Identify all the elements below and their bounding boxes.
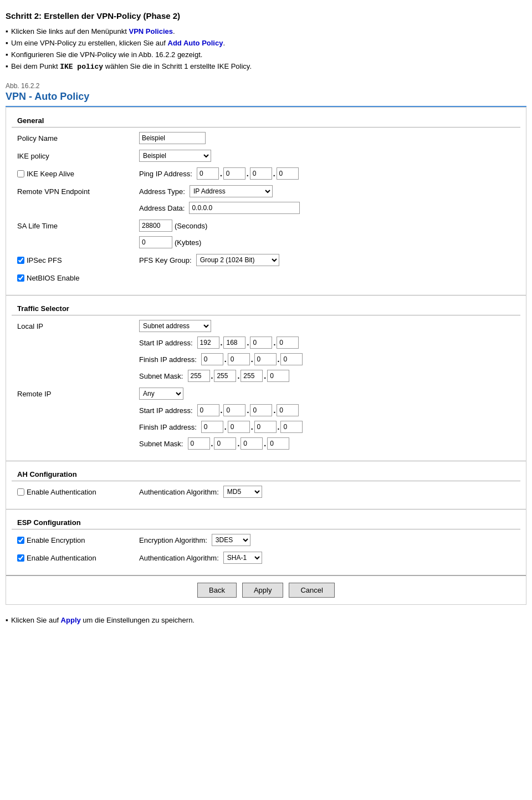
apply-button[interactable]: Apply xyxy=(242,583,284,598)
ping-ip-3[interactable] xyxy=(250,167,272,180)
local-subnet-3[interactable] xyxy=(241,370,263,382)
add-auto-policy-link[interactable]: Add Auto Policy xyxy=(168,39,223,47)
intro-step-3: Konfigurieren Sie die VPN-Policy wie in … xyxy=(6,50,526,59)
remote-start-ip-2[interactable] xyxy=(223,404,245,416)
remote-finish-ip-2[interactable] xyxy=(228,421,250,433)
local-finish-ip-label: Finish IP address: xyxy=(139,355,197,364)
address-type-select[interactable]: IP Address xyxy=(190,185,273,197)
intro-step-4-pre: Bei dem Punkt xyxy=(11,62,60,70)
esp-auth-algorithm-select[interactable]: SHA-1 xyxy=(223,552,262,564)
remote-finish-ip-3[interactable] xyxy=(254,421,277,433)
sa-seconds-input[interactable] xyxy=(139,220,172,232)
ike-policy-value-col: Beispiel xyxy=(139,150,515,162)
local-finish-ip-3[interactable] xyxy=(254,353,277,365)
esp-config-header: ESP Configuration xyxy=(12,514,520,529)
ah-auth-algorithm-label: Authentication Algorithm: xyxy=(139,488,219,496)
remote-finish-ip-4[interactable] xyxy=(280,421,303,433)
footer-pre: Klicken Sie auf xyxy=(11,616,61,624)
ah-enable-auth-checkbox[interactable] xyxy=(17,488,24,496)
remote-start-ip-4[interactable] xyxy=(277,404,299,416)
address-data-input[interactable] xyxy=(189,202,300,214)
local-ip-type-select[interactable]: Subnet address xyxy=(139,320,211,332)
ping-ip-1[interactable] xyxy=(197,167,219,180)
policy-name-row: Policy Name xyxy=(17,132,515,146)
local-finish-ip-1[interactable] xyxy=(201,353,223,365)
ah-enable-auth-label[interactable]: Enable Authentication xyxy=(17,488,139,496)
address-data-label: Address Data: xyxy=(139,204,185,212)
policy-name-value-col xyxy=(139,132,515,144)
policy-name-input[interactable] xyxy=(139,132,206,144)
local-start-ip-group: . . . xyxy=(197,337,299,349)
remote-finish-ip-1[interactable] xyxy=(201,421,223,433)
local-finish-ip-4[interactable] xyxy=(280,353,303,365)
ping-ip-4[interactable] xyxy=(277,167,299,180)
esp-auth-algorithm-col: Authentication Algorithm: SHA-1 xyxy=(139,552,515,564)
intro-step-4-post: wählen Sie die in Schritt 1 erstellte IK… xyxy=(103,62,252,70)
local-ip-col: Subnet address Start IP address: . . . xyxy=(139,320,515,384)
address-data-row: Address Data: xyxy=(139,202,300,214)
sa-kbytes-label: (Kybtes) xyxy=(175,238,201,247)
remote-subnet-2[interactable] xyxy=(214,437,236,450)
remote-start-ip-label: Start IP address: xyxy=(139,406,193,415)
local-start-ip-label: Start IP address: xyxy=(139,339,193,347)
local-start-ip-4[interactable] xyxy=(277,337,299,349)
netbios-enable-checkbox[interactable] xyxy=(17,274,24,282)
ipsec-pfs-label[interactable]: IPSec PFS xyxy=(17,256,139,264)
cancel-button[interactable]: Cancel xyxy=(289,583,334,598)
traffic-selector-header: Traffic Selector xyxy=(12,300,520,315)
ah-enable-auth-row: Enable Authentication Authentication Alg… xyxy=(17,486,515,500)
local-start-ip-2[interactable] xyxy=(223,337,245,349)
pfs-key-group-select[interactable]: Group 2 (1024 Bit) xyxy=(196,254,279,266)
ike-policy-select[interactable]: Beispiel xyxy=(139,150,211,162)
remote-subnet-1[interactable] xyxy=(188,437,210,450)
esp-enable-auth-checkbox[interactable] xyxy=(17,554,24,562)
sa-seconds-label: (Seconds) xyxy=(175,222,207,230)
local-finish-ip-2[interactable] xyxy=(228,353,250,365)
policy-name-label: Policy Name xyxy=(17,132,139,142)
address-type-label: Address Type: xyxy=(139,187,185,196)
intro-step-2: Um eine VPN-Policy zu erstellen, klicken… xyxy=(6,39,526,47)
intro-section: Schritt 2: Erstellen der VPN-Policy (Pha… xyxy=(6,11,526,71)
ah-auth-algorithm-select[interactable]: MD5 xyxy=(223,486,262,498)
remote-start-ip-3[interactable] xyxy=(250,404,272,416)
esp-encryption-algorithm-select[interactable]: 3DES xyxy=(212,534,250,546)
local-subnet-mask-group: . . . xyxy=(188,370,290,382)
ah-config-section: AH Configuration Enable Authentication A… xyxy=(6,461,526,509)
intro-step-4: Bei dem Punkt IKE policy wählen Sie die … xyxy=(6,62,526,71)
ike-policy-row: IKE policy Beispiel xyxy=(17,150,515,164)
local-subnet-2[interactable] xyxy=(214,370,236,382)
ah-auth-algorithm-col: Authentication Algorithm: MD5 xyxy=(139,486,515,498)
remote-start-ip-1[interactable] xyxy=(197,404,219,416)
local-start-ip-3[interactable] xyxy=(250,337,272,349)
netbios-enable-label[interactable]: NetBIOS Enable xyxy=(17,274,139,282)
local-subnet-4[interactable] xyxy=(267,370,289,382)
footer-text: Klicken Sie auf Apply um die Einstellung… xyxy=(6,616,526,624)
figure-label: Abb. 16.2.2 xyxy=(6,82,526,90)
ping-ip-2[interactable] xyxy=(223,167,245,180)
remote-start-ip-group: . . . xyxy=(197,404,299,416)
ike-keep-alive-label[interactable]: IKE Keep Alive xyxy=(17,170,139,178)
esp-enable-encryption-label[interactable]: Enable Encryption xyxy=(17,536,139,544)
esp-encryption-row: Enable Encryption Encryption Algorithm: … xyxy=(17,534,515,548)
remote-ip-row: Remote IP Any Start IP address: . . xyxy=(17,388,515,452)
remote-ip-type-select[interactable]: Any xyxy=(139,388,183,400)
local-subnet-mask-label: Subnet Mask: xyxy=(139,372,183,380)
esp-enable-encryption-checkbox[interactable] xyxy=(17,537,24,544)
pfs-key-group-label: PFS Key Group: xyxy=(139,256,192,264)
local-start-ip-1[interactable] xyxy=(197,337,219,349)
vpn-policies-link[interactable]: VPN Policies xyxy=(129,27,172,35)
back-button[interactable]: Back xyxy=(197,583,237,598)
ipsec-pfs-checkbox[interactable] xyxy=(17,257,24,264)
esp-auth-algorithm-label: Authentication Algorithm: xyxy=(139,554,219,562)
ike-keep-alive-checkbox[interactable] xyxy=(17,170,24,177)
local-subnet-1[interactable] xyxy=(188,370,210,382)
remote-subnet-4[interactable] xyxy=(267,437,289,450)
remote-subnet-mask-group: . . . xyxy=(188,437,290,450)
esp-enable-auth-label[interactable]: Enable Authentication xyxy=(17,554,139,562)
ping-ip-col: Ping IP Address: . . . xyxy=(139,167,515,180)
remote-subnet-3[interactable] xyxy=(241,437,263,450)
sa-kbytes-input[interactable] xyxy=(139,236,172,248)
remote-vpn-endpoint-col: Address Type: IP Address Address Data: xyxy=(139,185,515,216)
footer-apply-link[interactable]: Apply xyxy=(61,616,81,624)
address-type-row: Address Type: IP Address xyxy=(139,185,273,197)
